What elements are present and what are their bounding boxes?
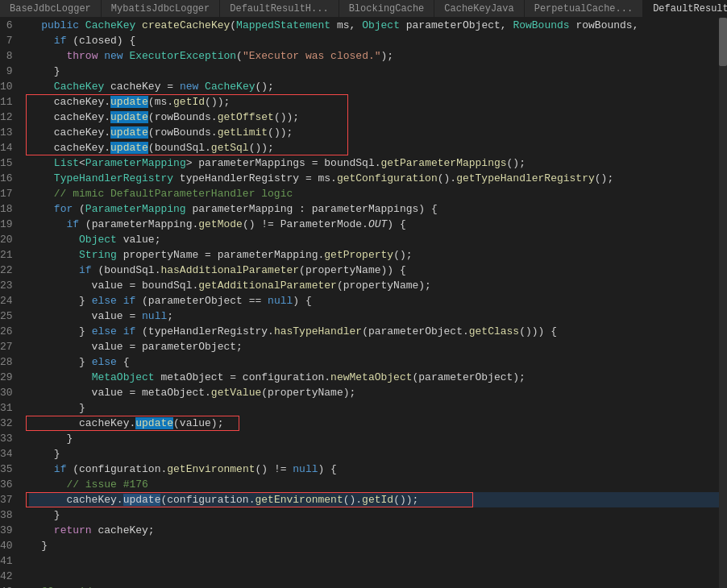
token: { [117,356,130,368]
token: (propertyName); [261,387,355,399]
token: (); [255,81,274,93]
token: else [92,325,117,337]
scrollbar-thumb[interactable] [719,18,727,66]
line-number: 30 [0,385,19,400]
token: getAdditionalParameter [198,280,337,292]
tab-5[interactable]: PerpetualCache... [525,0,643,18]
token: cacheKey. [29,126,110,139]
token: createCacheKey [142,19,230,31]
token [29,35,54,47]
token [135,19,142,31]
token: (boundSql. [92,264,161,276]
token: ()); [205,96,230,108]
line-number: 17 [0,186,19,201]
token: ()); [393,494,418,506]
token: cacheKey. [29,111,110,123]
line-number: 37 [0,492,19,507]
code-line: for (ParameterMapping parameterMapping :… [29,201,727,217]
token: ParameterMapping [85,203,186,215]
token: ( [230,19,236,31]
code-line: Object value; [29,232,727,247]
token [29,264,79,276]
token [198,81,205,93]
token: cacheKey = [104,81,180,93]
token: value = [29,310,142,322]
code-line: } [29,400,727,416]
token: getParameterMappings [381,157,507,169]
code-content[interactable]: public CacheKey createCacheKey(MappedSta… [26,18,727,588]
token: (); [393,249,412,261]
token [29,203,54,215]
token: typeHandlerRegistry = ms. [173,172,337,184]
tab-3[interactable]: BlockingCache [339,0,435,18]
token: getOffset [218,111,274,123]
code-line: return cacheKey; [29,523,727,538]
token [29,371,92,383]
code-line: cacheKey.update(rowBounds.getOffset()); [29,110,727,125]
token: cacheKey. [29,142,110,154]
token: public [41,19,79,31]
token: getProperty [324,249,393,261]
line-number: 43 [0,584,19,588]
tab-0[interactable]: BaseJdbcLogger [0,0,102,18]
token: update [135,417,173,429]
code-line: } else { [29,354,727,370]
token: RowBounds [513,19,569,31]
tab-bar: BaseJdbcLoggerMybatisJdbcLoggerDefaultRe… [0,0,727,18]
line-number: 33 [0,431,19,446]
code-line: cacheKey.update(ms.getId()); [29,94,727,110]
token: throw [66,50,98,62]
token: getSql [211,142,249,154]
tab-1[interactable]: MybatisJdbcLogger [102,0,220,18]
token: if [66,218,79,230]
line-number: 32 [0,416,19,431]
token: ()); [274,111,299,123]
token: newMetaObject [330,371,412,383]
token: else [92,295,117,307]
code-line: cacheKey.update(value); [29,416,727,431]
code-line: // mimic DefaultParameterHandler logic [29,186,727,201]
token [79,19,85,31]
tab-6[interactable]: DefaultResultM... [643,0,727,18]
code-line: if (parameterMapping.getMode() != Parame… [29,217,727,232]
editor-container: BaseJdbcLoggerMybatisJdbcLoggerDefaultRe… [0,0,727,588]
scrollbar[interactable] [719,18,727,588]
token: (parameterObject. [362,325,469,337]
token: null [268,295,293,307]
token [29,218,67,230]
token: rowBounds, [570,19,639,31]
code-line: public CacheKey createCacheKey(MappedSta… [29,18,727,33]
token: new [180,81,198,93]
tab-4[interactable]: CacheKeyJava [434,0,524,18]
code-line: CacheKey cacheKey = new CacheKey(); [29,79,727,94]
line-number: 20 [0,232,19,247]
token: getValue [211,387,261,399]
token: update [110,126,148,139]
line-number: 42 [0,569,19,584]
code-line: cacheKey.update(rowBounds.getLimit()); [29,125,727,140]
token: (typeHandlerRegistry. [135,325,274,337]
token: } [29,295,92,307]
code-line: cacheKey.update(boundSql.getSql()); [29,140,727,155]
token [29,172,54,184]
token: if [123,325,136,337]
token: () != ParameterMode. [243,218,368,230]
code-line: value = parameterObject; [29,339,727,354]
token: ) { [293,295,311,307]
token: List [54,157,79,169]
token: MappedStatement [236,19,330,31]
token: // mimic DefaultParameterHandler logic [29,188,293,200]
token: ())) { [519,325,557,337]
line-number: 41 [0,553,19,569]
line-number: 25 [0,308,19,324]
tab-2[interactable]: DefaultResultH... [220,0,339,18]
code-line: } else if (typeHandlerRegistry.hasTypeHa… [29,324,727,339]
token: (value); [173,417,223,429]
token: ( [73,203,85,215]
line-number: 29 [0,370,19,385]
token: value = parameterObject; [29,341,243,353]
token: } [29,325,92,337]
line-number: 34 [0,446,19,462]
token: (configuration. [160,494,255,506]
token: } [29,433,73,445]
